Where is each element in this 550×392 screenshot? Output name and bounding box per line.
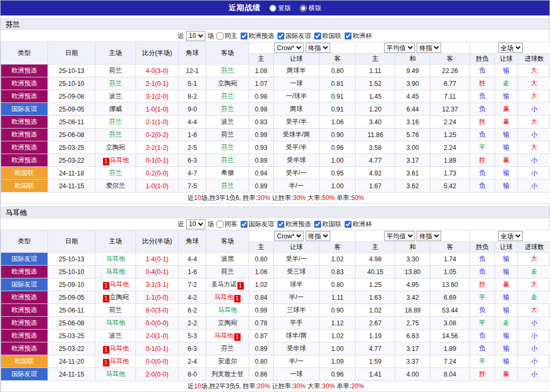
view-mode-horizontal-radio[interactable] [300,5,307,12]
column-header: 比分(半场) [136,42,179,65]
avg-away: 5.42 [431,180,470,193]
competition-checkbox[interactable] [241,221,248,228]
competition-option[interactable]: 欧洲预选 [241,31,274,41]
same-venue-checkbox[interactable] [217,221,224,228]
away-team: 芬兰 [206,342,249,355]
odds-home: 0.89 [249,154,274,167]
home-team: 荷兰 [95,304,136,317]
scope-select[interactable]: 全场 [498,231,523,241]
avg-draw: 3.61 [395,167,431,180]
handicap-line: 一/球半 [274,90,320,103]
odds-home: 0.98 [249,103,274,116]
avg-draw: 18.89 [395,304,431,317]
avg-away: 1.73 [431,167,470,180]
filter-games-label: 场 [208,31,214,41]
team-name: 芬兰 [221,67,234,74]
team-name: 马耳他 [106,319,125,326]
competition-option[interactable]: 国际友谊 [241,220,274,229]
competition-checkbox[interactable] [314,33,321,39]
match-row: 欧洲预选25-09-051立陶宛1-1(0-0)4-2马耳他10.84半/一1.… [1,291,550,304]
same-venue-checkbox[interactable] [217,33,224,39]
away-team: 芬兰 [206,141,249,154]
result-outcome: 负 [470,129,495,141]
recent-count-select[interactable]: 10 [186,31,205,41]
result-handicap: 输 [495,304,518,317]
competition-option[interactable]: 欧国联 [314,220,341,229]
competition-label: 欧洲杯 [353,220,372,229]
avg-stage-select[interactable]: 终指 [417,43,441,53]
competition-option[interactable]: 欧洲预选 [277,220,311,229]
competition-checkbox[interactable] [345,33,352,39]
odds-home: 0.89 [249,342,274,355]
match-row: 欧洲预选25-10-13荷兰4-0(3-0)12-1芬兰1.08两球半0.801… [1,65,550,77]
score: 4-0(3-0) [136,65,179,77]
view-mode-vertical[interactable]: 竖版 [269,4,291,13]
away-team: 芬兰 [206,180,249,193]
competition-checkbox[interactable] [277,33,284,39]
match-date: 25-03-25 [48,330,95,342]
competition-checkbox[interactable] [277,221,284,228]
score: 2-1(0-1) [136,77,179,90]
team-name: 荷兰 [109,306,122,314]
avg-draw: 3.37 [395,355,431,368]
competition-checkbox[interactable] [241,33,248,39]
team-name: 芬兰 [221,143,234,151]
odds-stage-select[interactable]: 终指 [306,231,330,241]
avg-home: 1.63 [356,291,395,304]
same-venue-label: 同客 [225,220,237,229]
competition-option[interactable]: 欧洲杯 [345,31,372,41]
handicap-line: 受半/一 [274,167,320,180]
team-name: 马耳他 [218,306,237,314]
red-card-badge: 1 [234,295,241,302]
competition-checkbox[interactable] [345,221,352,228]
team-name: 波兰 [221,118,234,125]
view-mode-horizontal[interactable]: 横版 [300,4,322,13]
corner-score: 5-3 [179,330,206,342]
result-goals: 小 [518,342,550,355]
home-team: 波兰 [95,330,136,342]
summary-value: 50% [322,194,335,202]
average-select[interactable]: 平均值 [384,231,415,241]
odds-company-select[interactable]: Crow* [274,43,304,53]
handicap-line: 受半/一 [274,253,320,266]
avg-home: 1.45 [356,90,395,103]
odds-home: 0.93 [249,141,274,154]
team-section-malta: 马耳他 近 10 场 同客 国际友谊 欧洲预选 欧国联 [1,206,549,392]
handicap-line: 受半球 [274,342,320,355]
result-goals: 小 [518,317,550,330]
competition-option[interactable]: 欧洲杯 [345,220,372,229]
competition-label: 欧洲杯 [353,31,372,41]
column-header: 客场 [206,42,249,65]
avg-away: 3.08 [431,317,470,330]
scope-select[interactable]: 全场 [498,43,523,53]
view-mode-vertical-radio[interactable] [269,5,276,12]
competition-option[interactable]: 欧国联 [314,31,341,41]
result-handicap: 赢 [495,278,518,291]
away-team: 波黑 [206,253,249,266]
avg-home: 11.86 [356,129,395,141]
column-header: 类型 [1,42,48,65]
red-card-badge: 1 [103,158,109,165]
avg-draw: 5.76 [395,129,431,141]
avg-away: 2.24 [431,141,470,154]
avg-home: 3.40 [356,116,395,129]
avg-stage-select[interactable]: 终指 [417,231,441,241]
competition-checkbox[interactable] [314,221,321,228]
same-venue-option[interactable]: 同客 [217,220,237,229]
home-team: 芬兰 [95,167,136,180]
average-select[interactable]: 平均值 [384,43,415,53]
team-name: 马耳他 [106,370,125,378]
same-venue-option[interactable]: 同主 [217,31,237,41]
team-name: 立陶宛 [106,143,125,151]
away-team: 芬兰 [206,65,249,77]
match-row: 欧洲预选25-06-11荷兰8-0(3-0)6-2马耳他0.99三球半0.901… [1,304,550,317]
recent-count-select[interactable]: 10 [186,219,205,229]
odds-company-select[interactable]: Crow* [274,231,304,241]
competition-option[interactable]: 国际友谊 [277,31,311,41]
corner-score: 4-7 [179,167,206,180]
odds-away: 1.00 [320,342,356,355]
odds-stage-select[interactable]: 终指 [306,43,330,53]
avg-away: 6.77 [431,77,470,90]
column-header: 让球 [274,54,320,65]
summary-value: 30% [293,194,306,202]
